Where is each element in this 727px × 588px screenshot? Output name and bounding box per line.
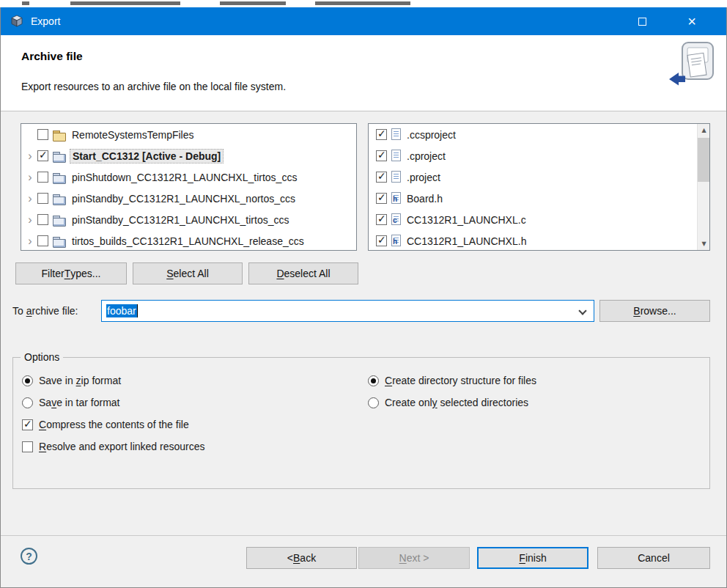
select-all-button[interactable]: Select All — [133, 262, 243, 284]
file-item-label[interactable]: .ccsproject — [405, 128, 458, 142]
file-h-icon — [391, 235, 401, 246]
item-checkbox[interactable] — [37, 193, 48, 204]
options-group: Options Save in zip format Save in tar f… — [12, 357, 710, 489]
item-checkbox[interactable] — [37, 214, 48, 225]
file-item-label[interactable]: .cproject — [405, 150, 448, 163]
file-item[interactable]: CC1312R1_LAUNCHXL.h — [369, 230, 709, 251]
file-item[interactable]: CC1312R1_LAUNCHXL.c — [369, 209, 709, 230]
expand-chevron-icon[interactable]: › — [24, 172, 36, 183]
screen-edge-fragment — [315, 1, 410, 5]
file-item[interactable]: .ccsproject — [369, 124, 709, 145]
next-button: Next > — [358, 547, 470, 569]
radio-label[interactable]: Create directory structure for files — [385, 375, 536, 386]
file-item[interactable]: Board.h — [369, 188, 709, 209]
background-app-strip — [0, 0, 727, 7]
expand-chevron-icon[interactable]: › — [24, 150, 36, 162]
item-checkbox[interactable] — [376, 129, 387, 140]
radio-directory-structure[interactable]: Create directory structure for files — [368, 372, 536, 389]
help-button[interactable]: ? — [21, 548, 37, 565]
tree-item[interactable]: ›pinStandby_CC1312R1_LAUNCHXL_tirtos_ccs — [21, 209, 356, 230]
item-checkbox[interactable] — [376, 193, 387, 204]
scrollbar[interactable]: ▲ ▼ — [697, 124, 709, 250]
file-list[interactable]: .ccsproject.cproject.projectBoard.hCC131… — [368, 123, 710, 251]
scrollbar-thumb[interactable] — [698, 138, 710, 182]
radio-label[interactable]: Save in tar format — [39, 397, 120, 408]
browse-button[interactable]: Browse... — [599, 300, 710, 322]
file-item-label[interactable]: CC1312R1_LAUNCHXL.h — [405, 235, 528, 248]
radio-icon[interactable] — [22, 397, 33, 408]
tree-item[interactable]: ›pinStandby_CC1312R1_LAUNCHXL_nortos_ccs — [21, 188, 356, 209]
checkbox-label[interactable]: Resolve and export linked resources — [39, 441, 204, 452]
tree-item[interactable]: ›tirtos_builds_CC1312R1_LAUNCHXL_release… — [21, 230, 356, 251]
scroll-down-icon: ▼ — [701, 240, 706, 247]
tree-item-label[interactable]: pinStandby_CC1312R1_LAUNCHXL_tirtos_ccs — [70, 213, 292, 227]
project-tree[interactable]: RemoteSystemsTempFiles›Start_CC1312 [Act… — [21, 123, 357, 251]
radio-icon[interactable] — [368, 397, 379, 408]
page-description: Export resources to an archive file on t… — [21, 81, 286, 92]
checkbox-compress[interactable]: Compress the contents of the file — [22, 416, 189, 433]
file-icon — [391, 128, 401, 140]
checkbox-icon[interactable] — [22, 441, 33, 452]
maximize-button[interactable] — [625, 7, 659, 35]
tree-item-label[interactable]: Start_CC1312 [Active - Debug] — [70, 149, 224, 163]
window-icon — [10, 15, 23, 28]
deselect-all-button[interactable]: Deselect All — [248, 262, 358, 284]
folder-icon — [53, 129, 66, 141]
file-item-label[interactable]: Board.h — [405, 192, 445, 205]
radio-icon[interactable] — [368, 375, 379, 386]
scroll-down-button[interactable]: ▼ — [698, 238, 710, 250]
scroll-up-icon: ▲ — [701, 127, 706, 133]
radio-label[interactable]: Save in zip format — [39, 375, 121, 386]
tree-item[interactable]: ›Start_CC1312 [Active - Debug] — [21, 145, 356, 166]
file-item[interactable]: .project — [369, 166, 709, 188]
tree-item[interactable]: ›pinShutdown_CC1312R1_LAUNCHXL_tirtos_cc… — [21, 166, 356, 188]
expand-chevron-icon[interactable]: › — [24, 214, 36, 226]
wizard-header: Archive file Export resources to an arch… — [1, 35, 726, 111]
file-icon — [391, 171, 401, 183]
file-item-label[interactable]: .project — [405, 171, 443, 184]
tree-item[interactable]: RemoteSystemsTempFiles — [21, 124, 356, 145]
tree-item-label[interactable]: pinStandby_CC1312R1_LAUNCHXL_nortos_ccs — [70, 192, 298, 205]
back-button[interactable]: < Back — [246, 547, 357, 569]
tree-item-label[interactable]: pinShutdown_CC1312R1_LAUNCHXL_tirtos_ccs — [70, 171, 299, 184]
tree-item-label[interactable]: tirtos_builds_CC1312R1_LAUNCHXL_release_… — [70, 235, 306, 248]
radio-label[interactable]: Create only selected directories — [385, 397, 528, 408]
combo-dropdown-icon[interactable] — [578, 306, 586, 315]
screen-edge-fragment — [22, 1, 29, 5]
cancel-button[interactable]: Cancel — [597, 547, 710, 569]
file-item[interactable]: .cproject — [369, 145, 709, 166]
file-item-label[interactable]: CC1312R1_LAUNCHXL.c — [405, 213, 528, 227]
archive-file-label: To archive file: — [12, 300, 78, 322]
file-h-icon — [391, 192, 401, 204]
item-checkbox[interactable] — [37, 129, 48, 140]
item-checkbox[interactable] — [37, 172, 48, 183]
item-checkbox[interactable] — [37, 150, 48, 161]
close-button[interactable]: × — [675, 7, 709, 35]
checkbox-label[interactable]: Compress the contents of the file — [39, 419, 189, 430]
screen-edge-fragment — [70, 1, 180, 5]
radio-icon[interactable] — [22, 375, 33, 386]
archive-file-combo[interactable]: foobar — [101, 300, 594, 322]
window-title: Export — [31, 15, 60, 27]
checkbox-resolve-linked[interactable]: Resolve and export linked resources — [22, 438, 204, 455]
expand-chevron-icon[interactable]: › — [24, 235, 36, 247]
item-checkbox[interactable] — [376, 214, 387, 225]
help-icon: ? — [26, 551, 32, 562]
item-checkbox[interactable] — [376, 172, 387, 183]
filter-types-button[interactable]: Filter Types... — [15, 262, 127, 284]
scroll-up-button[interactable]: ▲ — [698, 124, 710, 136]
checkbox-icon[interactable] — [22, 419, 33, 430]
finish-button[interactable]: Finish — [477, 547, 588, 569]
expand-chevron-icon[interactable]: › — [24, 193, 36, 205]
item-checkbox[interactable] — [37, 235, 48, 246]
item-checkbox[interactable] — [376, 235, 387, 246]
project-icon — [53, 150, 66, 162]
radio-only-selected[interactable]: Create only selected directories — [368, 394, 528, 411]
file-rows: .ccsproject.cproject.projectBoard.hCC131… — [369, 124, 709, 251]
radio-save-zip[interactable]: Save in zip format — [22, 372, 121, 389]
tree-item-label[interactable]: RemoteSystemsTempFiles — [70, 128, 196, 142]
item-checkbox[interactable] — [376, 150, 387, 161]
titlebar[interactable]: Export × — [1, 7, 726, 35]
radio-save-tar[interactable]: Save in tar format — [22, 394, 120, 411]
archive-file-value[interactable]: foobar — [106, 304, 137, 317]
